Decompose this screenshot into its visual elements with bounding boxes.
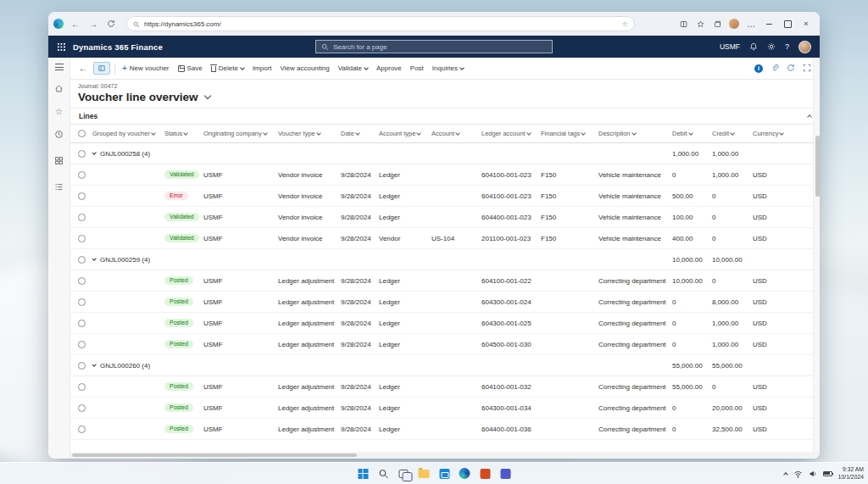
app-title[interactable]: Dynamics 365 Finance: [73, 42, 163, 52]
column-header-status[interactable]: Status: [164, 130, 203, 137]
row-select-cell[interactable]: [70, 419, 92, 439]
favorites-star-icon[interactable]: ☆: [622, 20, 628, 28]
teams-app-icon[interactable]: [499, 467, 512, 480]
select-all-radio[interactable]: [78, 130, 86, 137]
column-header-debit[interactable]: Debit: [672, 130, 712, 137]
row-select-cell[interactable]: [70, 186, 92, 206]
column-header-currency[interactable]: Currency: [753, 130, 820, 137]
row-select-radio[interactable]: [78, 341, 86, 348]
company-picker[interactable]: USMF: [720, 42, 740, 51]
row-select-radio[interactable]: [78, 235, 86, 242]
horizontal-scrollbar-thumb[interactable]: [72, 453, 357, 457]
voucher-line-row[interactable]: PostedUSMFLedger adjustment9/28/2024Ledg…: [70, 376, 820, 398]
row-select-radio[interactable]: [78, 320, 86, 327]
attachments-icon[interactable]: [771, 64, 779, 74]
workspaces-icon[interactable]: [54, 153, 64, 169]
row-select-radio[interactable]: [78, 404, 86, 412]
favorites-bar-icon[interactable]: [693, 17, 708, 31]
help-icon[interactable]: ?: [785, 42, 789, 51]
row-select-radio[interactable]: [78, 256, 86, 264]
refresh-icon[interactable]: [787, 64, 795, 74]
voucher-line-row[interactable]: ValidatedUSMFVendor invoice9/28/2024Ledg…: [70, 164, 820, 186]
row-select-cell[interactable]: [70, 292, 92, 312]
voucher-group-cell[interactable]: GNJL000258 (4): [92, 143, 164, 164]
column-header-description[interactable]: Description: [598, 130, 672, 137]
column-header-credit[interactable]: Credit: [712, 130, 753, 137]
row-select-cell[interactable]: [70, 313, 92, 333]
vertical-scrollbar-thumb[interactable]: [815, 136, 820, 197]
message-center-icon[interactable]: i: [754, 64, 763, 73]
action-pane-pin-button[interactable]: [93, 62, 110, 75]
taskbar-clock[interactable]: 9:32 AM 10/1/2024: [838, 466, 864, 481]
select-all-cell[interactable]: [70, 125, 92, 142]
import-button[interactable]: Import: [248, 62, 276, 75]
windows-start-icon[interactable]: [357, 467, 370, 480]
modules-list-icon[interactable]: [54, 180, 64, 195]
address-bar[interactable]: https://dynamics365.com/ ☆: [126, 16, 635, 31]
window-minimize-button[interactable]: [760, 16, 777, 31]
expand-chevron-icon[interactable]: [92, 362, 97, 367]
network-wifi-icon[interactable]: [793, 466, 803, 481]
row-select-radio[interactable]: [78, 362, 86, 370]
column-header-voucher-type[interactable]: Voucher type: [278, 130, 341, 137]
row-select-radio[interactable]: [78, 277, 86, 285]
voucher-line-row[interactable]: PostedUSMFLedger adjustment9/28/2024Ledg…: [70, 334, 820, 355]
column-header-account[interactable]: Account: [431, 130, 481, 137]
store-icon[interactable]: [438, 467, 451, 480]
column-header-account-type[interactable]: Account type: [379, 130, 431, 137]
voucher-group-row[interactable]: GNJL000259 (4)10,000.0010,000.00: [70, 249, 820, 270]
voucher-group-cell[interactable]: GNJL000260 (4): [92, 355, 164, 376]
page-search-input[interactable]: [333, 43, 547, 51]
column-header-grouped-by-voucher[interactable]: Grouped by voucher: [92, 130, 164, 137]
column-header-ledger-account[interactable]: Ledger account: [481, 130, 541, 137]
row-select-cell[interactable]: [70, 207, 92, 227]
row-select-cell[interactable]: [70, 355, 92, 376]
browser-refresh-icon[interactable]: [103, 17, 119, 31]
edge-icon[interactable]: [459, 467, 471, 480]
inquiries-button[interactable]: Inquiries: [428, 62, 468, 75]
row-select-cell[interactable]: [70, 376, 92, 397]
approve-button[interactable]: Approve: [372, 62, 406, 75]
voucher-line-row[interactable]: PostedUSMFLedger adjustment9/28/2024Ledg…: [70, 419, 820, 440]
voucher-line-row[interactable]: ValidatedUSMFVendor invoice9/28/2024Vend…: [70, 228, 820, 249]
battery-icon[interactable]: [823, 471, 832, 476]
window-close-button[interactable]: ×: [798, 16, 815, 31]
column-header-date[interactable]: Date: [341, 130, 379, 137]
voucher-group-row[interactable]: GNJL000260 (4)55,000.0055,000.00: [70, 355, 820, 376]
row-select-cell[interactable]: [70, 164, 92, 185]
expand-chevron-icon[interactable]: [92, 256, 97, 261]
voucher-line-row[interactable]: PostedUSMFLedger adjustment9/28/2024Ledg…: [70, 313, 820, 334]
collections-icon[interactable]: [709, 17, 725, 31]
browser-profile-avatar[interactable]: [726, 17, 742, 31]
voucher-group-cell[interactable]: GNJL000259 (4): [92, 249, 164, 270]
fullscreen-icon[interactable]: [803, 64, 811, 74]
task-view-icon[interactable]: [398, 467, 410, 480]
row-select-cell[interactable]: [70, 398, 92, 418]
new-voucher-button[interactable]: New voucher: [118, 62, 174, 75]
voucher-group-row[interactable]: GNJL000258 (4)1,000.001,000.00: [70, 143, 820, 164]
row-select-cell[interactable]: [70, 228, 92, 248]
horizontal-scrollbar[interactable]: [70, 452, 820, 459]
page-search-box[interactable]: [315, 40, 553, 53]
column-header-originating-company[interactable]: Originating company: [203, 130, 278, 137]
voucher-line-row[interactable]: ValidatedUSMFVendor invoice9/28/2024Ledg…: [70, 207, 820, 228]
volume-icon[interactable]: [809, 466, 817, 481]
browser-forward-icon[interactable]: →: [86, 17, 101, 31]
browser-back-icon[interactable]: ←: [68, 17, 83, 31]
post-button[interactable]: Post: [406, 62, 428, 75]
row-select-cell[interactable]: [70, 249, 92, 270]
row-select-cell[interactable]: [70, 334, 92, 354]
row-select-radio[interactable]: [78, 192, 86, 200]
tray-overflow-chevron-icon[interactable]: [783, 472, 788, 477]
recent-clock-icon[interactable]: [54, 127, 64, 142]
row-select-radio[interactable]: [78, 426, 86, 433]
taskbar-search-icon[interactable]: [377, 467, 390, 480]
voucher-line-row[interactable]: PostedUSMFLedger adjustment9/28/2024Ledg…: [70, 292, 820, 313]
row-select-radio[interactable]: [78, 298, 86, 306]
office-app-icon[interactable]: [479, 467, 492, 480]
waffle-icon[interactable]: [57, 42, 65, 51]
favorites-icon[interactable]: ☆: [55, 108, 63, 116]
validate-button[interactable]: Validate: [334, 62, 372, 75]
settings-gear-icon[interactable]: [767, 39, 776, 54]
home-icon[interactable]: [54, 81, 64, 97]
